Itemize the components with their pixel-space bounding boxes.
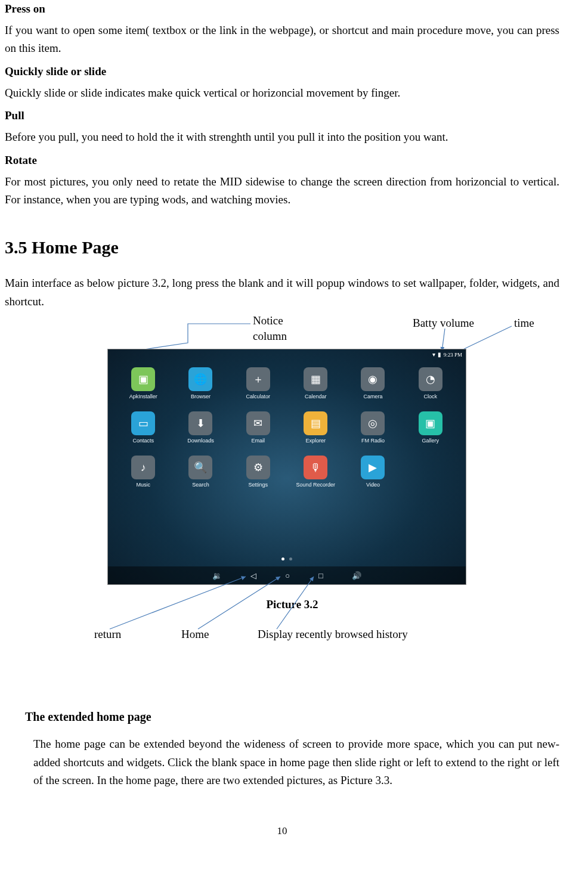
annotation-home: Home <box>181 628 209 641</box>
app-clock[interactable]: ◔Clock <box>407 367 454 399</box>
dot <box>289 557 292 560</box>
app-icon: ＋ <box>246 367 270 391</box>
nav-home[interactable]: ○ <box>285 572 290 580</box>
app-icon: ◉ <box>361 367 385 391</box>
app-icon: ✉ <box>246 411 270 435</box>
nav-recent[interactable]: □ <box>318 572 323 580</box>
app-label: Calculator <box>246 394 271 399</box>
app-camera[interactable]: ◉Camera <box>349 367 396 399</box>
app-label: ApkInstaller <box>129 394 157 399</box>
app-grid[interactable]: ▣ApkInstaller🌐Browser＋Calculator▦Calenda… <box>120 367 454 488</box>
para-rotate: For most pictures, you only need to reta… <box>5 173 559 209</box>
app-label: Explorer <box>305 438 326 444</box>
app-contacts[interactable]: ▭Contacts <box>120 411 166 444</box>
heading-rotate: Rotate <box>5 154 559 167</box>
annotation-recent: Display recently browsed history <box>258 628 408 641</box>
app-label: Browser <box>191 394 211 399</box>
app-icon: ▦ <box>304 367 327 391</box>
dot-active <box>281 557 284 560</box>
status-time: 9:23 PM <box>444 352 462 358</box>
app-sound-recorder[interactable]: 🎙Sound Recorder <box>292 456 339 488</box>
annotation-time: time <box>514 317 534 330</box>
app-icon: ▤ <box>304 411 327 435</box>
app-icon: ♪ <box>131 456 155 479</box>
app-gallery[interactable]: ▣Gallery <box>407 411 454 444</box>
app-icon: ▣ <box>419 411 442 435</box>
app-label: Calendar <box>305 394 327 399</box>
app-calculator[interactable]: ＋Calculator <box>235 367 281 399</box>
app-label: Contacts <box>132 438 154 444</box>
app-icon: ⚙ <box>246 456 270 479</box>
wifi-icon: ▾ <box>432 352 435 358</box>
annotation-notice-l2: column <box>253 330 287 343</box>
para-pull: Before you pull, you need to hold the it… <box>5 128 559 146</box>
app-fm-radio[interactable]: ◎FM Radio <box>349 411 396 444</box>
figure-wrapper: Notice column Batty volume time ▾ ▮ 9:23… <box>0 318 584 699</box>
heading-slide: Quickly slide or slide <box>5 65 559 78</box>
app-icon: ◎ <box>361 411 385 435</box>
app-settings[interactable]: ⚙Settings <box>235 456 281 488</box>
heading-press-on: Press on <box>5 2 559 16</box>
annotation-notice-l1: Notice <box>253 314 283 327</box>
app-music[interactable]: ♪Music <box>120 456 166 488</box>
app-video[interactable]: ▶Video <box>349 456 396 488</box>
nav-back[interactable]: ◁ <box>250 572 256 580</box>
app-icon: ▣ <box>131 367 155 391</box>
heading-extended: The extended home page <box>25 710 559 724</box>
app-browser[interactable]: 🌐Browser <box>177 367 224 399</box>
app-icon: ⬇ <box>188 411 212 435</box>
app-label: Search <box>192 482 209 488</box>
app-icon: ▭ <box>131 411 155 435</box>
app-email[interactable]: ✉Email <box>235 411 281 444</box>
app-label: Clock <box>424 394 438 399</box>
nav-vol-up[interactable]: 🔊 <box>352 572 361 580</box>
battery-icon: ▮ <box>438 352 441 358</box>
svg-line-0 <box>442 329 445 351</box>
app-icon: 🔍 <box>188 456 212 479</box>
app-label: Gallery <box>422 438 440 444</box>
page-number: 10 <box>5 825 559 837</box>
app-label: Email <box>252 438 265 444</box>
app-apkinstaller[interactable]: ▣ApkInstaller <box>120 367 166 399</box>
para-press-on: If you want to open some item( textbox o… <box>5 21 559 58</box>
app-label: Settings <box>249 482 268 488</box>
annotation-batty: Batty volume <box>413 317 474 330</box>
nav-vol-down[interactable]: 🔉 <box>212 572 222 580</box>
app-label: Video <box>366 482 380 488</box>
nav-bar: 🔉 ◁ ○ □ 🔊 <box>108 566 466 584</box>
app-icon: 🌐 <box>188 367 212 391</box>
screenshot-home: ▾ ▮ 9:23 PM ▣ApkInstaller🌐Browser＋Calcul… <box>107 349 466 585</box>
page-indicator <box>108 557 466 560</box>
heading-home-page: 3.5 Home Page <box>5 237 559 258</box>
app-label: FM Radio <box>361 438 385 444</box>
status-bar: ▾ ▮ 9:23 PM <box>108 349 466 360</box>
app-label: Camera <box>363 394 382 399</box>
para-home-intro: Main interface as below picture 3.2, lon… <box>5 274 559 311</box>
app-label: Downloads <box>187 438 214 444</box>
para-slide: Quickly slide or slide indicates make qu… <box>5 84 559 102</box>
heading-pull: Pull <box>5 109 559 122</box>
app-icon: 🎙 <box>304 456 327 479</box>
app-calendar[interactable]: ▦Calendar <box>292 367 339 399</box>
app-label: Sound Recorder <box>296 482 335 488</box>
app-search[interactable]: 🔍Search <box>177 456 224 488</box>
app-icon: ◔ <box>419 367 442 391</box>
para-extended: The home page can be extended beyond the… <box>25 735 559 789</box>
app-explorer[interactable]: ▤Explorer <box>292 411 339 444</box>
annotation-return: return <box>94 628 121 641</box>
app-downloads[interactable]: ⬇Downloads <box>177 411 224 444</box>
figure-caption: Picture 3.2 <box>0 598 584 611</box>
app-label: Music <box>136 482 150 488</box>
app-icon: ▶ <box>361 456 385 479</box>
